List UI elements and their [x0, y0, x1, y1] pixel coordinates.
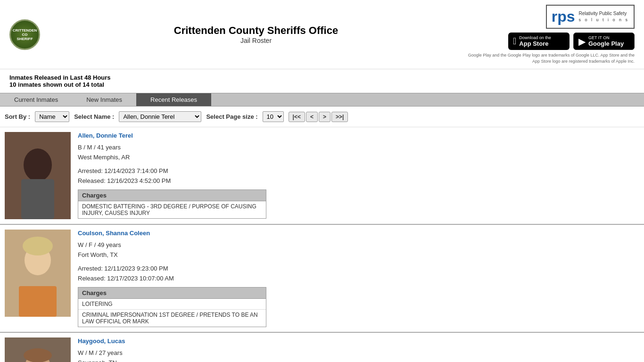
- page-size-select[interactable]: 10 25 50: [263, 111, 284, 122]
- svg-point-1: [24, 148, 52, 181]
- controls-bar: Sort By : Name Date Charge Select Name :…: [0, 107, 644, 127]
- inmate-details-coulson: Coulson, Shanna Coleen W / F / 49 years …: [78, 230, 639, 327]
- pagination-nav: |<< < > >>|: [289, 112, 348, 122]
- sheriff-badge: CRITTENDENCOSHERIFF: [9, 19, 40, 50]
- nav-last-button[interactable]: >>|: [331, 112, 348, 122]
- tab-recent-releases[interactable]: Recent Releases: [136, 93, 211, 106]
- rps-logo: rps Relativity Public Safety s o l u t i…: [546, 5, 635, 29]
- svg-rect-5: [19, 286, 57, 317]
- inmate-dates-allen: Arrested: 12/14/2023 7:14:00 PM Released…: [78, 166, 639, 186]
- inmate-photo-haygood: [5, 337, 71, 362]
- inmate-name-coulson[interactable]: Coulson, Shanna Coleen: [78, 230, 639, 237]
- charge-row: CRIMINAL IMPERSONATION 1ST DEGREE / PRET…: [78, 310, 266, 327]
- inmate-demographics-coulson: W / F / 49 years Fort Worth, TX: [78, 240, 639, 260]
- app-store-small-text: Download on the: [519, 35, 551, 40]
- inmate-details-allen: Allen, Donnie Terel B / M / 41 years Wes…: [78, 132, 639, 219]
- photo-svg-coulson: [5, 230, 71, 317]
- tab-current-inmates[interactable]: Current Inmates: [0, 93, 72, 106]
- info-bar: Inmates Released in Last 48 Hours 10 inm…: [0, 69, 644, 93]
- page-subtitle: Jail Roster: [47, 37, 465, 44]
- rps-letters: rps: [552, 8, 575, 25]
- inmates-count-line2: 10 inmates shown out of 14 total: [9, 81, 635, 88]
- inmates-count-line1: Inmates Released in Last 48 Hours: [9, 74, 635, 81]
- app-store-large-text: App Store: [519, 40, 551, 47]
- nav-next-button[interactable]: >: [319, 112, 330, 122]
- inmate-demographics-allen: B / M / 41 years West Memphis, AR: [78, 143, 639, 163]
- google-play-small-text: GET IT ON: [588, 35, 624, 40]
- inmate-details-haygood: Haygood, Lucas W / M / 27 years Savannah…: [78, 337, 639, 362]
- photo-svg-haygood: [5, 337, 71, 362]
- disclaimer: Google Play and the Google Play logo are…: [465, 52, 635, 64]
- page-size-label: Select Page size :: [206, 113, 257, 120]
- photo-svg: [5, 132, 71, 219]
- inmate-photo-coulson: [5, 230, 71, 317]
- tab-new-inmates[interactable]: New Inmates: [72, 93, 136, 106]
- app-buttons:  Download on the App Store ▶ GET IT ON …: [508, 33, 635, 50]
- charges-table-allen: Charges DOMESTIC BATTERING - 3RD DEGREE …: [78, 189, 266, 219]
- sort-label: Sort By :: [5, 113, 30, 120]
- google-play-button[interactable]: ▶ GET IT ON Google Play: [573, 33, 635, 50]
- google-play-large-text: Google Play: [588, 40, 624, 47]
- charge-row: LOITERING: [78, 299, 266, 310]
- charge-row: DOMESTIC BATTERING - 3RD DEGREE / PURPOS…: [78, 201, 266, 218]
- page-title: Crittenden County Sheriffs Office: [47, 25, 465, 37]
- nav-first-button[interactable]: |<<: [289, 112, 305, 122]
- inmate-name-allen[interactable]: Allen, Donnie Terel: [78, 132, 639, 139]
- rps-tagline: Relativity Public Safety s o l u t i o n…: [578, 10, 629, 23]
- sort-select[interactable]: Name Date Charge: [35, 111, 69, 122]
- tab-bar: Current Inmates New Inmates Recent Relea…: [0, 93, 644, 107]
- badge-text: CRITTENDENCOSHERIFF: [13, 28, 37, 41]
- name-select[interactable]: Allen, Donnie Terel Coulson, Shanna Cole…: [119, 111, 201, 122]
- svg-point-6: [23, 237, 53, 255]
- inmate-name-haygood[interactable]: Haygood, Lucas: [78, 337, 639, 345]
- header-title-area: Crittenden County Sheriffs Office Jail R…: [47, 25, 465, 44]
- sheriff-badge-container: CRITTENDENCOSHERIFF: [9, 19, 47, 50]
- inmate-photo-allen: [5, 132, 71, 219]
- header-right-area: rps Relativity Public Safety s o l u t i…: [465, 5, 635, 64]
- app-store-button[interactable]:  Download on the App Store: [508, 33, 570, 50]
- google-play-icon: ▶: [578, 36, 586, 47]
- nav-prev-button[interactable]: <: [306, 112, 318, 122]
- inmate-demographics-haygood: W / M / 27 years Savannah, TN: [78, 348, 639, 362]
- charges-header-allen: Charges: [78, 190, 266, 201]
- table-row: Allen, Donnie Terel B / M / 41 years Wes…: [0, 127, 644, 225]
- svg-rect-2: [21, 179, 54, 219]
- name-label: Select Name :: [74, 113, 114, 120]
- svg-point-10: [24, 348, 52, 362]
- apple-icon: : [513, 36, 516, 47]
- charges-header-coulson: Charges: [78, 288, 266, 299]
- inmate-list: Allen, Donnie Terel B / M / 41 years Wes…: [0, 127, 644, 362]
- page-header: CRITTENDENCOSHERIFF Crittenden County Sh…: [0, 0, 644, 69]
- table-row: Coulson, Shanna Coleen W / F / 49 years …: [0, 225, 644, 333]
- table-row: Haygood, Lucas W / M / 27 years Savannah…: [0, 333, 644, 362]
- charges-table-coulson: Charges LOITERING CRIMINAL IMPERSONATION…: [78, 287, 266, 327]
- inmate-dates-coulson: Arrested: 12/11/2023 9:23:00 PM Released…: [78, 264, 639, 284]
